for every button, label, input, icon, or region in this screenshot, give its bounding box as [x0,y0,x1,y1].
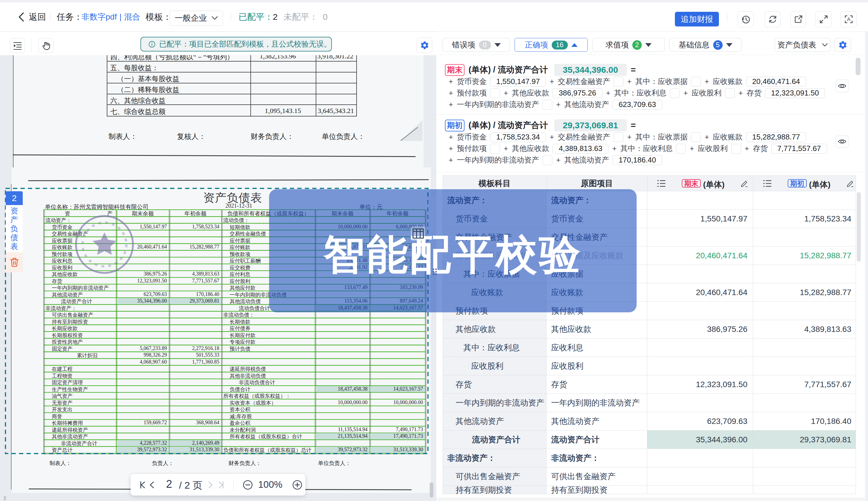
svg-text:A: A [847,17,850,22]
